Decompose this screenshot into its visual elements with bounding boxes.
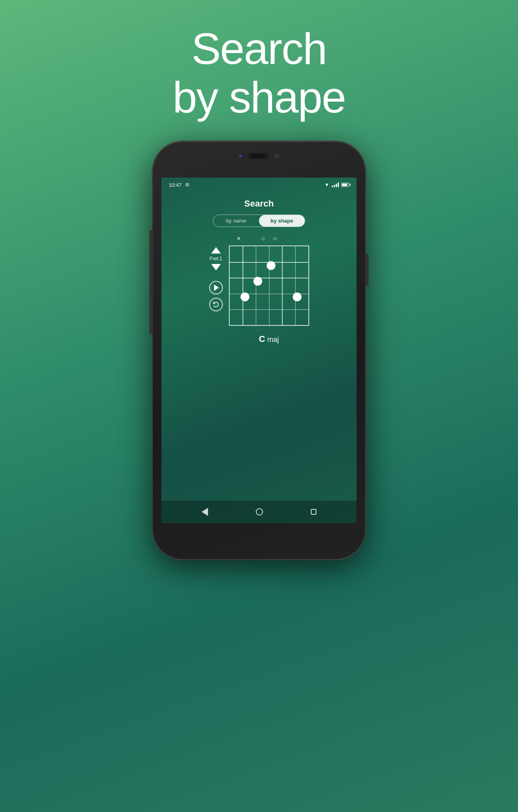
string-marker-1: × <box>233 235 245 242</box>
play-button[interactable] <box>209 281 223 295</box>
battery-icon <box>341 183 349 187</box>
tab-toggle: by name by shape <box>161 215 357 227</box>
phone-shell: 10:47 ⚙ ▼ <box>153 141 365 559</box>
reset-button[interactable] <box>209 298 223 311</box>
string-marker-2 <box>245 235 257 242</box>
speaker-grill <box>248 153 268 159</box>
status-bar: 10:47 ⚙ ▼ <box>161 178 357 192</box>
fretboard <box>229 245 309 326</box>
string-marker-5 <box>281 235 293 242</box>
fret-up-button[interactable] <box>211 247 221 254</box>
finger-dot-1 <box>293 292 302 301</box>
string-markers: × ○ ○ <box>229 235 309 242</box>
controls-column: Fret:1 <box>209 247 223 311</box>
headline-line1: Search <box>192 24 327 73</box>
tab-by-shape[interactable]: by shape <box>259 215 305 227</box>
chord-diagram: × ○ ○ <box>229 235 309 344</box>
phone-top-hardware <box>239 153 279 159</box>
string-marker-3: ○ <box>257 235 269 242</box>
fret-down-button[interactable] <box>211 264 221 270</box>
chord-quality: maj <box>267 335 279 344</box>
front-camera <box>239 154 242 157</box>
chord-root: C <box>259 334 265 344</box>
play-icon <box>214 284 219 291</box>
phone-mockup: 10:47 ⚙ ▼ <box>153 141 365 559</box>
phone-screen: 10:47 ⚙ ▼ <box>161 178 357 523</box>
app-content: Search by name by shape Fret:1 <box>161 192 357 501</box>
finger-dot-3 <box>253 277 262 286</box>
headline-line2: by shape <box>173 72 345 122</box>
settings-icon: ⚙ <box>185 182 190 188</box>
string-marker-4: ○ <box>269 235 281 242</box>
fret-label: Fret:1 <box>210 256 222 262</box>
headline: Search by shape <box>173 24 345 121</box>
chord-area: Fret:1 <box>161 235 357 344</box>
finger-dot-2 <box>267 261 275 270</box>
fret-arrows: Fret:1 <box>210 247 222 270</box>
chord-name: C maj <box>229 334 309 344</box>
signal-icon <box>332 182 339 187</box>
status-right: ▼ <box>324 182 349 188</box>
nav-home-button[interactable] <box>256 508 263 515</box>
string-marker-6 <box>293 235 305 242</box>
bottom-nav <box>161 501 357 523</box>
status-time: 10:47 <box>169 182 182 188</box>
toggle-container: by name by shape <box>213 215 305 227</box>
reset-icon <box>212 301 220 308</box>
rear-camera <box>274 153 279 158</box>
finger-dot-4 <box>241 292 249 301</box>
wifi-icon: ▼ <box>324 182 329 188</box>
tab-by-name[interactable]: by name <box>213 215 259 227</box>
app-title: Search <box>161 192 357 215</box>
nav-back-button[interactable] <box>202 508 208 516</box>
nav-recent-button[interactable] <box>311 509 316 515</box>
status-left: 10:47 ⚙ <box>169 182 190 188</box>
